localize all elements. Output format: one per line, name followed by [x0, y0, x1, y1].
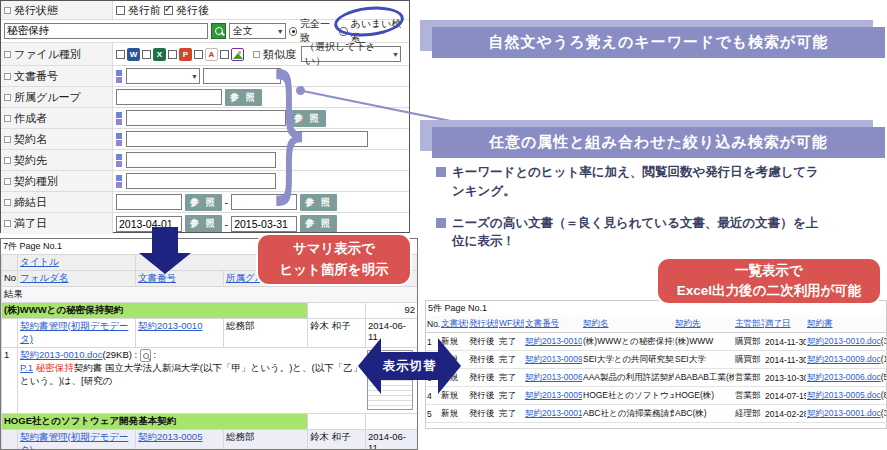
group-label-cell: 所属グループ: [1, 87, 113, 107]
list-sort-doc-no[interactable]: 文書番号: [525, 318, 559, 328]
contract-name-label: 契約名: [14, 132, 47, 147]
doc-no-link[interactable]: 契約2013-0006: [525, 372, 582, 382]
expiry-date-label-cell: 満了日: [1, 213, 113, 234]
file-link[interactable]: 契約2013-0010.doc: [807, 336, 881, 346]
criteria-checkbox[interactable]: [4, 115, 11, 122]
result-no: 1: [2, 348, 18, 414]
image-checkbox[interactable]: [220, 50, 229, 59]
exact-match-radio[interactable]: [289, 27, 297, 36]
list-sort-expiry[interactable]: 満了日: [765, 318, 791, 328]
contract-type-label: 契約種別: [14, 174, 58, 189]
contract-partner-input[interactable]: [126, 152, 276, 168]
powerpoint-checkbox[interactable]: [168, 50, 177, 59]
criteria-checkbox[interactable]: [253, 51, 260, 58]
issue-after-checkbox[interactable]: [164, 6, 173, 15]
doc-no-link[interactable]: 契約2013-0010: [138, 320, 202, 331]
result-title-row: HOGE社とのソフトウェア開発基本契約: [2, 414, 418, 430]
list-row: 2 新規 発行後 完了 契約2013-0009 SEI大学との共同研究契約 SE…: [426, 351, 886, 369]
list-header-no: No.: [426, 316, 440, 333]
doc-no-link[interactable]: 契約2013-0009: [525, 354, 582, 364]
file-link[interactable]: 契約2013-0006.doc: [807, 372, 881, 382]
view-switch-label: 表示切替: [381, 352, 438, 380]
list-sort-file[interactable]: 契約書: [807, 318, 833, 328]
similarity-label: 類似度: [263, 47, 296, 62]
sort-title-link[interactable]: タイトル: [20, 256, 59, 267]
bullet-square-icon: [436, 218, 446, 228]
image-icon: [231, 48, 244, 61]
list-sort-dept[interactable]: 主管部署: [735, 318, 764, 328]
group-refer-button[interactable]: 参 照: [225, 89, 262, 106]
preview-icon[interactable]: [140, 349, 151, 362]
scope-select[interactable]: 全文: [229, 23, 286, 39]
criteria-checkbox[interactable]: [4, 199, 11, 206]
doc-no-link[interactable]: 契約2013-0005: [525, 390, 582, 400]
list-row: 3 新規 発行後 完了 契約2013-0006 AAA製品の利用許諾契約 ABA…: [426, 369, 886, 387]
criteria-checkbox[interactable]: [4, 94, 11, 101]
keyword-input[interactable]: [4, 23, 208, 39]
list-sort-doc-state[interactable]: 文書状態: [441, 318, 468, 328]
match-option-icon[interactable]: [116, 70, 122, 83]
match-option-icon[interactable]: [116, 133, 122, 146]
doc-no-link[interactable]: 契約2013-0005: [138, 431, 202, 442]
arrow-right-head: [438, 338, 461, 394]
page-ref-link[interactable]: P.1: [20, 362, 33, 373]
criteria-checkbox[interactable]: [4, 73, 11, 80]
similarity-select[interactable]: （選択して下さい）: [301, 46, 401, 62]
file-link[interactable]: 契約2013-0005.doc: [807, 390, 881, 400]
conclusion-from-input[interactable]: [116, 194, 182, 210]
match-option-icon[interactable]: [116, 175, 122, 188]
contract-name-input[interactable]: [126, 131, 368, 147]
list-sort-wf-state[interactable]: WF状態: [499, 318, 524, 328]
excel-icon: X: [153, 48, 166, 61]
creator-refer-button[interactable]: 参 照: [289, 110, 326, 127]
issue-before-checkbox[interactable]: [116, 6, 125, 15]
match-option-icon[interactable]: [116, 112, 122, 125]
conclusion-to-input[interactable]: [231, 194, 297, 210]
excel-checkbox[interactable]: [142, 50, 151, 59]
criteria-checkbox[interactable]: [4, 220, 11, 227]
criteria-checkbox[interactable]: [4, 7, 11, 14]
file-link[interactable]: 契約2013-0009.doc: [807, 354, 881, 364]
contract-type-input[interactable]: [126, 173, 276, 189]
criteria-checkbox[interactable]: [4, 51, 11, 58]
expiry-from-refer-button[interactable]: 参 照: [185, 215, 222, 232]
expiry-to-input[interactable]: [231, 216, 297, 232]
conclusion-to-refer-button[interactable]: 参 照: [300, 194, 337, 211]
sort-doc-no-link[interactable]: 文書番号: [138, 272, 176, 283]
expiry-from-input[interactable]: [116, 216, 182, 232]
list-sort-issue-state[interactable]: 発行状態: [469, 318, 498, 328]
list-view-panel: 5件 Page No.1 No. 文書状態 発行状態 WF状態 文書番号 契約名…: [425, 300, 887, 429]
doc-no-select[interactable]: [126, 68, 200, 84]
pdf-checkbox[interactable]: [194, 50, 203, 59]
word-checkbox[interactable]: [116, 50, 125, 59]
file-link[interactable]: 契約2013-0001.doc: [807, 408, 881, 418]
list-result-count: 5件: [428, 303, 442, 313]
group-input[interactable]: [116, 89, 222, 105]
list-sort-contract-name[interactable]: 契約名: [583, 318, 609, 328]
file-link[interactable]: 契約2013-0010.doc: [20, 349, 102, 360]
doc-no-label-cell: 文書番号: [1, 66, 113, 86]
hit-keyword: 秘密保持: [36, 362, 74, 373]
creator-input[interactable]: [126, 110, 286, 126]
criteria-checkbox[interactable]: [4, 157, 11, 164]
doc-no-link[interactable]: 契約2013-0010: [525, 336, 582, 346]
search-button[interactable]: [211, 23, 226, 39]
banner-natural-language-search: 自然文やうろ覚えのキーワードでも検索が可能: [432, 27, 885, 58]
folder-link[interactable]: 契約書管理(初期デモデータ): [20, 431, 128, 450]
contract-type-label-cell: 契約種別: [1, 171, 113, 191]
word-icon: W: [127, 48, 140, 61]
bullet-text-needs: ニーズの高い文書（＝良く見られている文書、最近の文書）を上位に表示！: [452, 214, 830, 252]
doc-no-link[interactable]: 契約2013-0001: [525, 408, 582, 418]
folder-link[interactable]: 契約書管理(初期デモデータ): [20, 320, 128, 344]
sort-folder-link[interactable]: フォルダ名: [20, 272, 68, 283]
list-sort-partner[interactable]: 契約先: [675, 318, 701, 328]
expiry-to-refer-button[interactable]: 参 照: [300, 215, 337, 232]
criteria-checkbox[interactable]: [4, 178, 11, 185]
criteria-checkbox[interactable]: [4, 136, 11, 143]
hit-score: [366, 414, 418, 430]
range-separator: -: [225, 196, 229, 208]
match-option-icon[interactable]: [116, 154, 122, 167]
conclusion-from-refer-button[interactable]: 参 照: [185, 194, 222, 211]
doc-no-input[interactable]: [203, 68, 281, 84]
list-row: 4 新規 発行後 完了 契約2013-0005 HOGE社とのソフトウェア開発基…: [426, 387, 886, 405]
